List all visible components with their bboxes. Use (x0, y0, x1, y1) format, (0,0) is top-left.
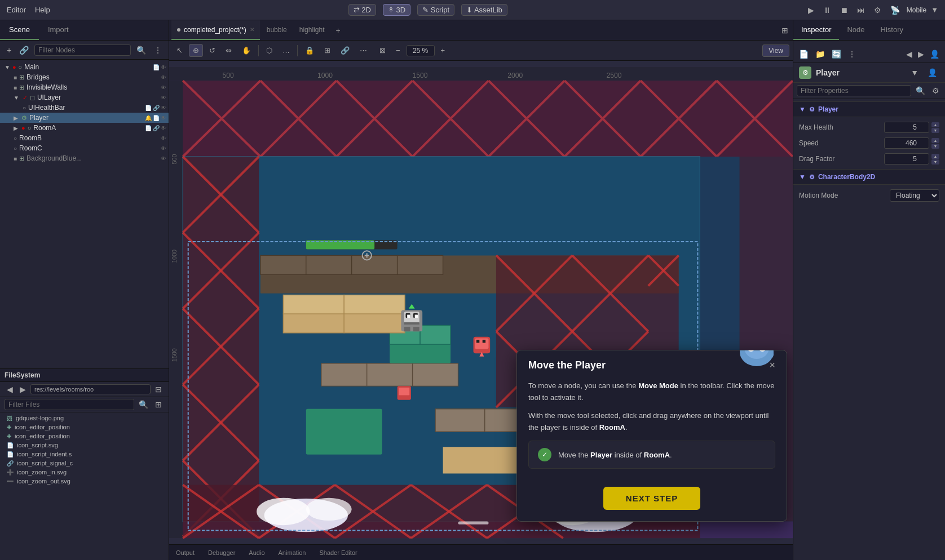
assetlib-btn[interactable]: ⬇ AssetLib (461, 4, 507, 16)
tree-node-uilayer[interactable]: ▼ ✓ ◻ UILayer 👁 (0, 92, 169, 103)
filter-search-icon[interactable]: 🔍 (913, 85, 928, 96)
step-btn[interactable]: ⏭ (855, 5, 867, 16)
more-btn[interactable]: ⋯ (356, 44, 371, 57)
history-back-btn[interactable]: 📄 (797, 48, 811, 60)
fs-layout-btn[interactable]: ⊟ (153, 384, 164, 395)
nav-next-btn[interactable]: ▶ (916, 48, 926, 60)
editor-tab-bubble[interactable]: bubble (261, 20, 293, 40)
reload-btn[interactable]: 🔄 (829, 48, 844, 60)
remote-btn[interactable]: 📡 (888, 5, 902, 16)
add-node-btn[interactable]: + (5, 45, 14, 56)
more-options-btn[interactable]: ⋮ (152, 45, 164, 56)
spin-down-dragfactor[interactable]: ▼ (931, 159, 939, 165)
mobile-dropdown-icon[interactable]: ▼ (931, 6, 938, 14)
node-vis-icon[interactable]: 👁 (161, 95, 166, 101)
node-vis-icon[interactable]: 👁 (161, 74, 166, 81)
prop-input-maxhealth[interactable] (884, 122, 929, 133)
node-vis-icon[interactable]: 👁 (161, 125, 166, 131)
tree-node-uihealthbar[interactable]: ○ UIHealthBar 📄 🔗 👁 (0, 103, 169, 113)
add-tab-btn[interactable]: + (333, 25, 342, 36)
fs-file-item[interactable]: 📄 icon_script_indent.s (0, 450, 169, 459)
folder-btn[interactable]: 📁 (813, 48, 827, 60)
node-vis-icon[interactable]: 👁 (161, 135, 166, 141)
next-step-btn[interactable]: NEXT STEP (603, 487, 700, 510)
debug-btn[interactable]: ⚙ (872, 5, 884, 16)
fs-search-icon[interactable]: 🔍 (136, 399, 151, 410)
section-characterbody2d[interactable]: ▼ ⚙ CharacterBody2D (793, 169, 945, 185)
node-vis-icon[interactable]: 👁 (161, 115, 166, 121)
lock-btn[interactable]: 🔒 (301, 44, 318, 57)
stop-btn[interactable]: ⏹ (838, 5, 850, 16)
tree-node-invisiblewalls[interactable]: ■ ⊞ InvisibleWalls 👁 (0, 82, 169, 92)
tree-node-main[interactable]: ▼ ● ○ Main 📄 👁 (0, 62, 169, 72)
editor-tab-project[interactable]: completed_project(*) ✕ (171, 20, 260, 40)
expand-node-btn[interactable]: ▼ (908, 67, 921, 78)
mode-3d-btn[interactable]: ↟ 3D (383, 4, 410, 16)
search-icon[interactable]: 🔍 (134, 45, 148, 56)
fs-file-item[interactable]: ➕ icon_zoom_in.svg (0, 468, 169, 477)
prop-select-motionmode[interactable]: Floating Grounded (890, 189, 939, 202)
tree-node-player[interactable]: ▶ ⚙ Player 🔔 📄 👁 (0, 113, 169, 123)
script-btn[interactable]: ✎ Script (417, 4, 454, 16)
fs-file-item[interactable]: 📄 icon_script.svg (0, 441, 169, 450)
fs-prev-btn[interactable]: ◀ (5, 384, 15, 395)
nav-prev-btn[interactable]: ◀ (904, 48, 915, 60)
bone-btn[interactable]: 🔗 (337, 44, 354, 57)
tab-output[interactable]: Output (174, 548, 197, 557)
expand-btn[interactable]: ⊞ (779, 25, 791, 36)
fs-file-item[interactable]: ➖ icon_zoom_out.svg (0, 477, 169, 486)
fs-next-btn[interactable]: ▶ (17, 384, 28, 395)
zoom-in-btn[interactable]: + (437, 44, 449, 57)
more-btn[interactable]: ⋮ (846, 48, 858, 60)
fs-more-btn[interactable]: ⊞ (153, 399, 164, 410)
move-tool-btn[interactable]: ⊕ (189, 44, 203, 57)
tree-node-bridges[interactable]: ■ ⊞ Bridges 👁 (0, 72, 169, 82)
link-btn[interactable]: 🔗 (17, 45, 31, 56)
fs-file-item[interactable]: 🖼 gdquest-logo.png (0, 414, 169, 423)
spin-up-maxhealth[interactable]: ▲ (931, 122, 939, 127)
pause-btn[interactable]: ⏸ (821, 5, 833, 16)
select-tool-btn[interactable]: ↖ (173, 44, 187, 57)
tab-node[interactable]: Node (839, 20, 872, 40)
zoom-out-btn[interactable]: − (392, 44, 404, 57)
fs-path-input[interactable] (30, 384, 151, 394)
spin-up-speed[interactable]: ▲ (931, 138, 939, 143)
tree-node-roomb[interactable]: ○ RoomB 👁 (0, 133, 169, 143)
zoom-reset-btn[interactable]: ⊠ (376, 44, 390, 57)
fs-file-item[interactable]: ✚ icon_editor_position (0, 423, 169, 432)
fs-file-item[interactable]: 🔗 icon_script_signal_c (0, 459, 169, 468)
tab-debugger[interactable]: Debugger (206, 548, 237, 557)
node-vis-icon[interactable]: 👁 (161, 85, 166, 91)
node-vis-icon[interactable]: 👁 (161, 64, 166, 70)
filter-nodes-input[interactable] (34, 45, 131, 56)
menu-help[interactable]: Help (35, 6, 50, 14)
prop-input-speed[interactable] (884, 137, 929, 149)
tab-scene[interactable]: Scene (0, 20, 39, 40)
filter-settings-btn[interactable]: ⚙ (930, 85, 942, 96)
snap-tool-btn[interactable]: … (279, 44, 294, 57)
tree-node-roomc[interactable]: ○ RoomC 👁 (0, 143, 169, 153)
prop-input-dragfactor[interactable] (884, 153, 929, 165)
node-vis-icon[interactable]: 👁 (161, 105, 166, 111)
tab-import[interactable]: Import (39, 20, 78, 40)
filter-properties-input[interactable] (797, 85, 911, 96)
tab-audio[interactable]: Audio (246, 548, 267, 557)
mode-2d-btn[interactable]: ⇄ 2D (348, 4, 376, 16)
grid-tool-btn[interactable]: ⬡ (262, 44, 276, 57)
node-vis-icon[interactable]: 👁 (161, 145, 166, 152)
tab-history[interactable]: History (873, 20, 911, 40)
menu-editor[interactable]: Editor (7, 6, 26, 14)
spin-down-speed[interactable]: ▼ (931, 144, 939, 149)
spin-up-dragfactor[interactable]: ▲ (931, 154, 939, 159)
tree-node-backgroundblue[interactable]: ■ ⊞ BackgroundBlue... 👁 (0, 153, 169, 163)
pan-tool-btn[interactable]: ✋ (238, 44, 255, 57)
node-vis-icon[interactable]: 👁 (161, 155, 166, 162)
view-btn[interactable]: View (762, 45, 789, 57)
editor-tab-highlight[interactable]: highlight (294, 20, 330, 40)
node-options-btn[interactable]: 👤 (925, 67, 939, 78)
tree-node-rooma[interactable]: ▶ ● ○ RoomA 📄 🔗 👁 (0, 123, 169, 133)
object-btn[interactable]: 👤 (928, 48, 942, 60)
play-btn[interactable]: ▶ (806, 5, 816, 16)
group-btn[interactable]: ⊞ (320, 44, 334, 57)
scale-tool-btn[interactable]: ⇔ (222, 44, 236, 57)
